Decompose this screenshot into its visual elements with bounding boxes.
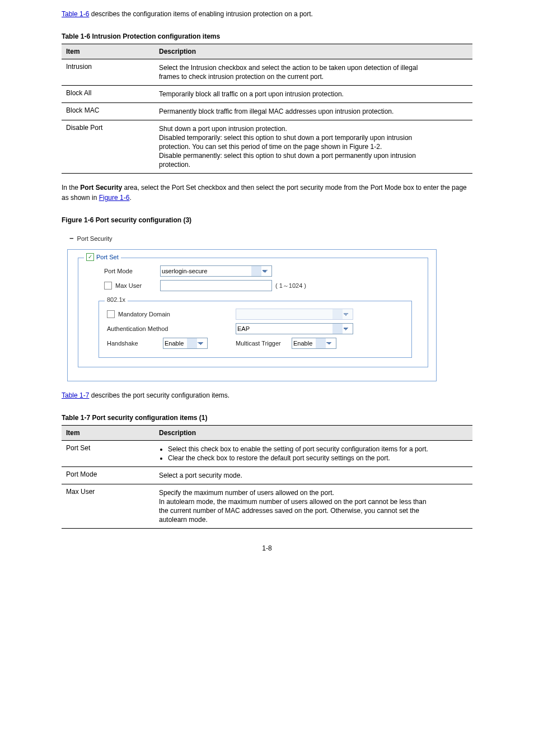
table2-link[interactable]: Table 1-7 [62,391,89,399]
figref-link[interactable]: Figure 1-6 [99,194,130,202]
mandatory-domain-checkbox-icon[interactable] [107,310,115,318]
table1-caption: Table 1-6 Intrusion Protection configura… [62,32,472,40]
table-row: Port ModeSelect a port security mode. [62,467,472,484]
cell-item: Block MAC [62,103,154,120]
list-item: Select this check box to enable the sett… [168,445,468,453]
cell-item: Block All [62,86,154,103]
cell-desc: Select this check box to enable the sett… [154,441,472,467]
cell-item: Disable Port [62,120,154,174]
table2-intro: Table 1-7 describes the port security co… [62,390,472,400]
portmode-label: Port Mode [87,268,160,274]
cell-desc: Select the Intrusion checkbox and select… [154,59,472,86]
cell-item: Port Mode [62,467,154,484]
mid-paragraph: In the Port Security area, select the Po… [62,183,472,203]
table2-hdr-desc: Description [154,426,472,441]
mandatory-domain-label: Mandatory Domain [118,311,170,318]
table1-intro: Table 1-6 describes the configuration it… [62,9,472,19]
multicast-label: Multicast Trigger [236,340,292,347]
table2-caption: Table 1-7 Port security configuration it… [62,414,472,422]
mandatory-domain-select [236,309,353,320]
table1-link[interactable]: Table 1-6 [62,10,89,18]
portset-legend[interactable]: ✓ Port Set [84,253,121,261]
figure-title: Port Security [77,235,113,242]
table1-hdr-desc: Description [154,44,472,59]
table-row: Disable PortShut down a port upon intrus… [62,120,472,174]
authmethod-label: Authentication Method [107,325,236,332]
authmethod-select[interactable]: EAP [236,323,353,334]
8021x-legend: 802.1x [105,296,128,303]
table-row: IntrusionSelect the Intrusion checkbox a… [62,59,472,86]
table-row: Block AllTemporarily block all traffic o… [62,86,472,103]
handshake-select[interactable]: Enable [163,338,208,349]
cell-desc: Specify the maximum number of users allo… [154,484,472,529]
figure-frame: ✓ Port Set Port Mode userlogin-secure Ma… [67,249,437,381]
table2-hdr-item: Item [62,426,154,441]
8021x-fieldset: 802.1x Mandatory Domain Authentication M… [99,301,412,358]
cell-desc: Permanently block traffic from illegal M… [154,103,472,120]
maxuser-checkbox-icon[interactable] [104,282,112,290]
cell-desc: Shut down a port upon intrusion protecti… [154,120,472,174]
table1: Item Description IntrusionSelect the Int… [62,44,472,174]
table-row: Port SetSelect this check box to enable … [62,441,472,467]
cell-desc: Temporarily block all traffic on a port … [154,86,472,103]
table-row: Max UserSpecify the maximum number of us… [62,484,472,529]
table-row: Block MACPermanently block traffic from … [62,103,472,120]
multicast-select[interactable]: Enable [292,338,336,349]
cell-item: Max User [62,484,154,529]
portset-fieldset: ✓ Port Set Port Mode userlogin-secure Ma… [78,258,428,367]
portset-checkbox-icon[interactable]: ✓ [86,253,94,261]
maxuser-label[interactable]: Max User [87,282,160,290]
cell-desc: Select a port security mode. [154,467,472,484]
list-item: Clear the check box to restore the defau… [168,454,468,462]
portmode-select[interactable]: userlogin-secure [160,265,272,277]
collapse-icon[interactable]: − [69,234,74,242]
page-number: 1-8 [62,544,472,552]
table2: Item Description Port SetSelect this che… [62,425,472,529]
handshake-label: Handshake [107,340,163,347]
figure-caption: Figure 1-6 Port security configuration (… [62,216,472,224]
table1-hdr-item: Item [62,44,154,59]
maxuser-hint: ( 1～1024 ) [275,282,306,290]
cell-item: Port Set [62,441,154,467]
maxuser-input[interactable] [160,280,272,291]
cell-item: Intrusion [62,59,154,86]
